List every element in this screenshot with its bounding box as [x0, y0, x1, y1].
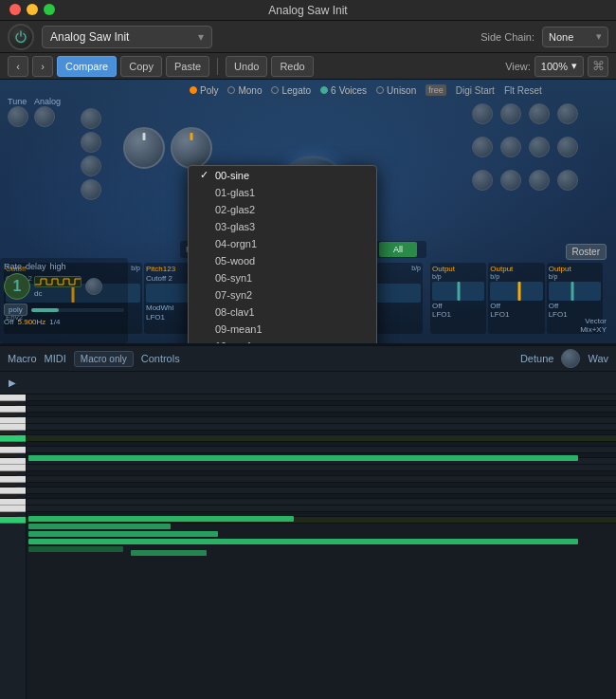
- copy-button[interactable]: Copy: [120, 56, 162, 77]
- compare-button[interactable]: Compare: [57, 56, 117, 77]
- lfo-beat-label: 1/4: [49, 318, 60, 326]
- piano-key-white[interactable]: [0, 395, 26, 401]
- dropdown-item-label-0: 00-sine: [215, 170, 249, 181]
- piano-key-green-2[interactable]: [0, 517, 26, 524]
- piano-key-white[interactable]: [0, 447, 26, 453]
- tune-knob[interactable]: [8, 106, 28, 127]
- dropdown-item-6[interactable]: 06-syn1: [189, 269, 376, 286]
- macro-tab[interactable]: Macro: [8, 353, 37, 364]
- roster-button[interactable]: Roster: [566, 244, 607, 260]
- analog-knob[interactable]: [34, 106, 55, 127]
- lfo-high-label: high: [50, 262, 66, 271]
- knob-r5[interactable]: [472, 137, 493, 157]
- piano-key-white[interactable]: [0, 406, 26, 413]
- macro-only-button[interactable]: Macro only: [74, 351, 134, 367]
- nav-forward-button[interactable]: ›: [32, 56, 53, 77]
- knob-r3[interactable]: [529, 103, 550, 124]
- detune-knob[interactable]: [561, 349, 580, 368]
- piano-key-white[interactable]: [0, 424, 26, 431]
- dropdown-item-1[interactable]: 01-glas1: [189, 184, 376, 201]
- piano-key-white[interactable]: [0, 458, 26, 465]
- note-block-4[interactable]: [28, 531, 218, 537]
- piano-key-white[interactable]: [0, 465, 26, 471]
- piano-key-white[interactable]: [0, 417, 26, 424]
- view-selector[interactable]: 100% ▾: [534, 56, 584, 77]
- link-icon: ⌘: [592, 59, 605, 73]
- dropdown-item-8[interactable]: 08-clav1: [189, 304, 376, 321]
- redo-button[interactable]: Redo: [271, 56, 313, 77]
- knob-r7[interactable]: [529, 137, 550, 157]
- knob-r4[interactable]: [557, 103, 578, 124]
- note-block-2[interactable]: [28, 516, 294, 522]
- knob-r11[interactable]: [529, 170, 550, 191]
- note-block-7[interactable]: [131, 550, 207, 556]
- piano-key-white[interactable]: [0, 499, 26, 506]
- piano-key-green[interactable]: [0, 435, 26, 442]
- rstrip-1[interactable]: Output b/p Off LFO1: [430, 263, 486, 334]
- piano-key-white[interactable]: [0, 476, 26, 483]
- window-controls[interactable]: [9, 4, 55, 15]
- dropdown-item-0[interactable]: ✓00-sine: [189, 166, 376, 184]
- toolbar-row2: ‹ › Compare Copy Paste Undo Redo View: 1…: [0, 53, 616, 80]
- paste-button[interactable]: Paste: [166, 56, 209, 77]
- knob-3[interactable]: [81, 108, 101, 129]
- dropdown-item-3[interactable]: 03-glas3: [189, 218, 376, 235]
- midi-tab[interactable]: MIDI: [45, 353, 66, 364]
- dropdown-item-9[interactable]: 09-mean1: [189, 321, 376, 338]
- nav-back-button[interactable]: ‹: [8, 56, 28, 77]
- knob-r8[interactable]: [557, 137, 578, 157]
- lfo-slider[interactable]: [31, 308, 124, 312]
- sidechain-label: Side Chain:: [480, 31, 534, 43]
- piano-key-white[interactable]: [0, 506, 26, 512]
- chevron-left-icon: ‹: [16, 61, 20, 72]
- knob-r6[interactable]: [500, 137, 521, 157]
- dropdown-item-10[interactable]: 10-vox1: [189, 338, 376, 345]
- chevron-right-icon: ›: [41, 61, 45, 72]
- tune-label: Tune: [8, 97, 27, 106]
- detune-label: Detune: [520, 353, 553, 364]
- check-mark-0: ✓: [200, 169, 209, 181]
- maximize-button[interactable]: [44, 4, 55, 15]
- knob-r9[interactable]: [472, 170, 493, 191]
- sidechain-chevron-icon: ▾: [596, 30, 602, 43]
- note-block-1[interactable]: [28, 455, 578, 461]
- piano-key-white[interactable]: [0, 487, 26, 494]
- knob-r12[interactable]: [557, 170, 578, 191]
- note-block-5[interactable]: [28, 539, 578, 544]
- dropdown-item-4[interactable]: 04-orgn1: [189, 235, 376, 252]
- dropdown-item-5[interactable]: 05-wood: [189, 252, 376, 269]
- main-knob-1[interactable]: [123, 127, 165, 169]
- lfo-delay-label: delay: [26, 262, 46, 271]
- power-button[interactable]: [8, 24, 34, 50]
- dropdown-item-7[interactable]: 07-syn2: [189, 286, 376, 304]
- link-button[interactable]: ⌘: [588, 56, 608, 77]
- toolbar-separator: [217, 58, 218, 75]
- lfo-waveform[interactable]: [34, 276, 82, 287]
- waveform-dropdown[interactable]: ✓00-sine01-glas102-glas203-glas304-orgn1…: [188, 165, 377, 345]
- mix-label: Vector Mix+XY: [580, 317, 607, 334]
- macro-bar: Macro MIDI Macro only Controls Detune Wa…: [0, 345, 616, 372]
- knob-r1[interactable]: [472, 103, 493, 124]
- piano-keys: [0, 395, 27, 699]
- knob-r10[interactable]: [500, 170, 521, 191]
- knob-6[interactable]: [81, 179, 101, 200]
- minimize-button[interactable]: [27, 4, 38, 15]
- dropdown-item-label-4: 04-orgn1: [215, 238, 257, 249]
- play-button[interactable]: ▶: [6, 377, 19, 390]
- rstrip-2[interactable]: Output b/p Off LFO1: [488, 263, 544, 334]
- note-block-3[interactable]: [28, 524, 171, 529]
- knob-5[interactable]: [81, 156, 101, 176]
- main-knob-2[interactable]: [171, 127, 212, 169]
- knob-4[interactable]: [81, 132, 101, 153]
- undo-button[interactable]: Undo: [226, 56, 267, 77]
- note-grid[interactable]: [27, 395, 616, 699]
- dropdown-item-label-5: 05-wood: [215, 255, 255, 267]
- lfo-rate-knob[interactable]: [85, 278, 102, 295]
- dropdown-item-2[interactable]: 02-glas2: [189, 201, 376, 218]
- close-button[interactable]: [9, 4, 21, 15]
- knob-r2[interactable]: [500, 103, 521, 124]
- note-block-6[interactable]: [28, 546, 123, 552]
- sidechain-selector[interactable]: None ▾: [542, 27, 608, 47]
- all-label: All: [393, 245, 403, 254]
- preset-selector[interactable]: Analog Saw Init ▾: [42, 26, 212, 48]
